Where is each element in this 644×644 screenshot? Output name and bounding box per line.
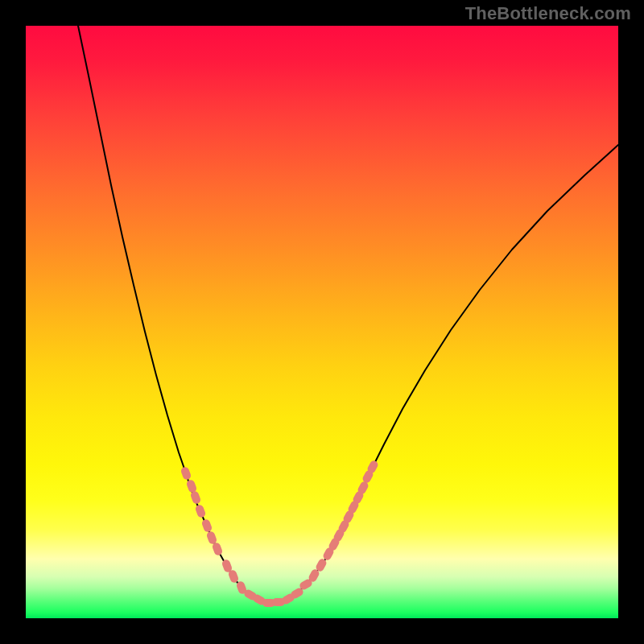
curve-marker bbox=[180, 466, 192, 481]
chart-container: TheBottleneck.com bbox=[0, 0, 644, 644]
chart-overlay bbox=[26, 26, 618, 618]
curve-marker bbox=[201, 518, 213, 533]
curve-marker bbox=[195, 504, 207, 518]
marker-group bbox=[180, 460, 380, 607]
watermark-text: TheBottleneck.com bbox=[465, 3, 631, 24]
plot-area bbox=[26, 26, 618, 618]
